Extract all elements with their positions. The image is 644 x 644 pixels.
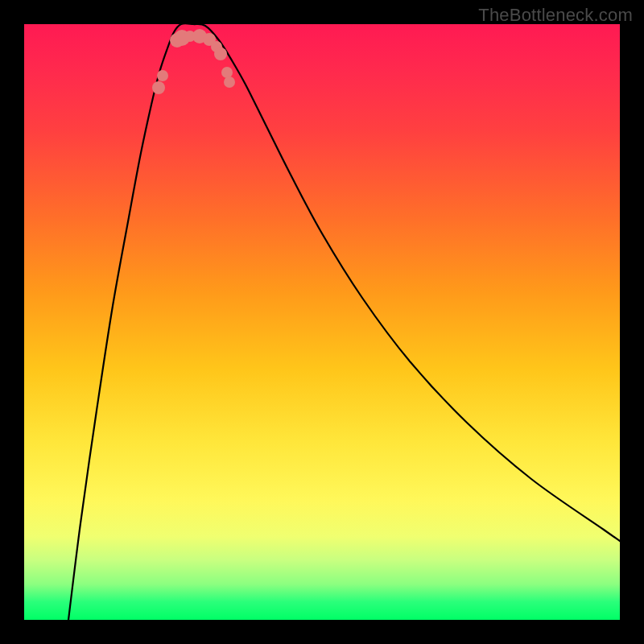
plot-area [24, 24, 620, 620]
marker-dot [157, 70, 168, 81]
outer-frame: TheBottleneck.com [0, 0, 644, 644]
marker-group [152, 29, 235, 94]
watermark-text: TheBottleneck.com [478, 5, 633, 26]
bottleneck-curve [68, 23, 620, 620]
marker-dot [224, 76, 235, 88]
marker-dot [221, 67, 233, 78]
marker-dot [152, 81, 165, 94]
marker-dot [214, 47, 227, 60]
curve-svg [24, 24, 620, 620]
